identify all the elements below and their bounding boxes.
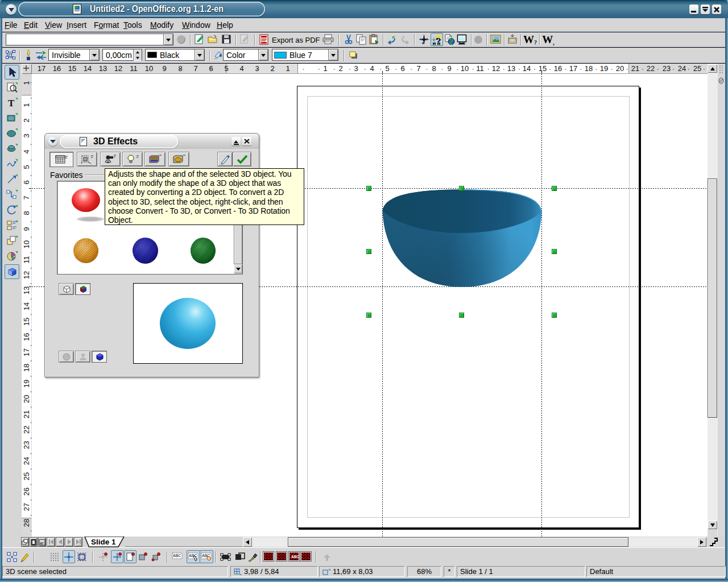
- svg-text:T: T: [8, 98, 15, 109]
- svg-text:ABC: ABC: [173, 554, 181, 558]
